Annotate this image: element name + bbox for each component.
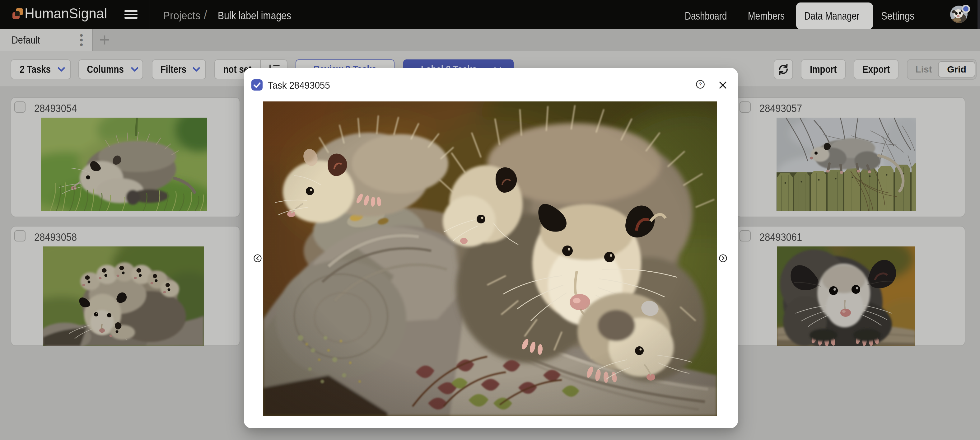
svg-text:?: ? <box>699 81 702 87</box>
